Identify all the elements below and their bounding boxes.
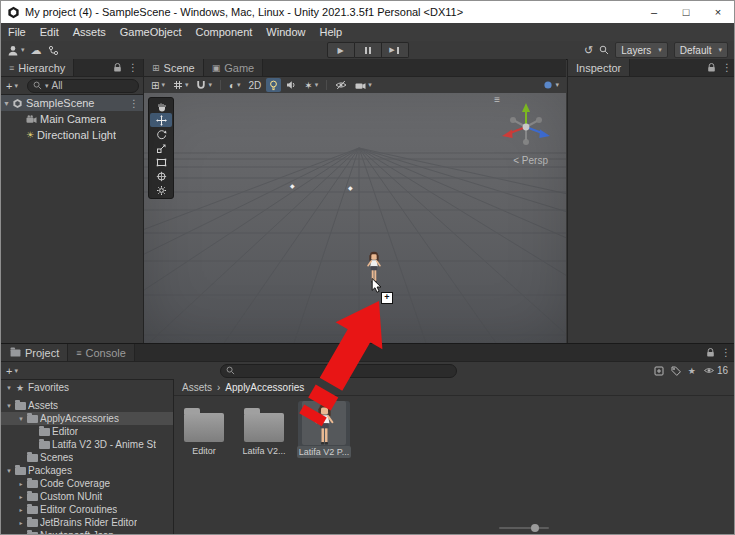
- tool-settings-button[interactable]: ⊞ ▾: [148, 78, 168, 92]
- project-search-input[interactable]: [220, 364, 457, 378]
- version-control-button[interactable]: [48, 45, 59, 56]
- create-asset-button[interactable]: +▾: [1, 365, 23, 377]
- thumbnail-zoom-slider[interactable]: [499, 524, 549, 532]
- lock-icon[interactable]: [706, 348, 715, 358]
- search-button[interactable]: [599, 45, 609, 55]
- move-tool-button[interactable]: [150, 113, 172, 127]
- effects-button[interactable]: ✶ ▾: [301, 78, 321, 92]
- tree-item-scenes[interactable]: Scenes: [1, 451, 173, 464]
- expander-icon[interactable]: ▼: [4, 468, 14, 474]
- breadcrumb-root[interactable]: Assets: [182, 382, 212, 393]
- tree-item-custom-nunit[interactable]: ▸ Custom NUnit: [1, 490, 173, 503]
- asset-item-latifa-folder[interactable]: Latifa V2...: [238, 401, 290, 458]
- transform-tool-button[interactable]: [150, 169, 172, 183]
- menu-assets[interactable]: Assets: [66, 26, 113, 38]
- scale-tool-button[interactable]: [150, 141, 172, 155]
- tree-item-assets[interactable]: ▼ Assets: [1, 399, 173, 412]
- camera-settings-button[interactable]: ▾: [352, 78, 375, 92]
- breadcrumb-current[interactable]: ApplyAccessories: [225, 382, 304, 393]
- layout-dropdown[interactable]: Default▾: [674, 42, 728, 58]
- gizmo-sprite-icon[interactable]: ◆: [290, 182, 295, 189]
- item-menu-icon[interactable]: ⋮: [129, 98, 143, 109]
- toggle-2d-button[interactable]: 2D: [246, 78, 265, 92]
- orientation-gizmo[interactable]: [498, 97, 554, 153]
- tree-item-newtonsoft-json[interactable]: ▸ Newtonsoft Json: [1, 529, 173, 535]
- hidden-packages-toggle[interactable]: 16: [703, 365, 728, 376]
- expander-icon[interactable]: ▸: [16, 480, 26, 487]
- cloud-services-button[interactable]: ☁: [31, 44, 42, 57]
- tree-item-latifa[interactable]: Latifa V2 3D - Anime St: [1, 438, 173, 451]
- folder-icon: [15, 467, 26, 475]
- rect-tool-button[interactable]: [150, 155, 172, 169]
- scene-audio-button[interactable]: [283, 78, 299, 92]
- snap-button[interactable]: ▾: [193, 78, 215, 92]
- create-object-button[interactable]: +▾: [1, 80, 23, 92]
- scene-viewport[interactable]: ≡: [144, 93, 566, 343]
- expander-icon[interactable]: ▸: [16, 493, 26, 500]
- dragged-character-model[interactable]: [366, 251, 382, 283]
- tab-console[interactable]: ≡ Console: [68, 344, 135, 361]
- character-thumbnail-image: [314, 403, 335, 445]
- expander-icon[interactable]: ▼: [16, 416, 26, 422]
- layers-dropdown[interactable]: Layers▾: [615, 42, 668, 58]
- minimize-button[interactable]: –: [638, 2, 670, 23]
- custom-tool-button[interactable]: [150, 183, 172, 197]
- panel-menu-icon[interactable]: ⋮: [722, 62, 732, 73]
- undo-history-button[interactable]: ↺: [584, 44, 593, 57]
- open-asset-icon[interactable]: [654, 366, 664, 376]
- tree-item-editor-coroutines[interactable]: ▸ Editor Coroutines: [1, 503, 173, 516]
- panel-menu-icon[interactable]: ⋮: [128, 62, 138, 73]
- hierarchy-item-main-camera[interactable]: Main Camera: [1, 111, 143, 127]
- menu-help[interactable]: Help: [312, 26, 349, 38]
- tree-item-jetbrains-rider[interactable]: ▸ JetBrains Rider Editor: [1, 516, 173, 529]
- shading-mode-button[interactable]: ◐ ▾: [226, 78, 244, 92]
- hierarchy-item-directional-light[interactable]: ☀ Directional Light: [1, 127, 143, 143]
- play-button[interactable]: ▶: [327, 42, 355, 58]
- tab-inspector[interactable]: Inspector: [568, 59, 630, 76]
- scene-visibility-button[interactable]: [332, 78, 350, 92]
- tree-item-code-coverage[interactable]: ▸ Code Coverage: [1, 477, 173, 490]
- asset-item-latifa-prefab[interactable]: Latifa V2 P...: [298, 401, 350, 458]
- lock-icon[interactable]: [113, 63, 122, 73]
- label-icon[interactable]: [671, 366, 681, 376]
- step-button[interactable]: ▶: [382, 42, 409, 58]
- expander-icon[interactable]: ▼: [1, 100, 12, 107]
- lock-icon[interactable]: [707, 63, 716, 73]
- tree-item-favorites[interactable]: ▼ ★ Favorites: [1, 381, 173, 394]
- account-button[interactable]: ▾: [7, 45, 25, 56]
- grid-visibility-button[interactable]: ▾: [170, 78, 192, 92]
- asset-item-editor-folder[interactable]: Editor: [178, 401, 230, 458]
- menu-component[interactable]: Component: [188, 26, 259, 38]
- favorite-icon[interactable]: ★: [688, 366, 696, 376]
- gizmo-sprite-icon[interactable]: ◆: [348, 184, 353, 191]
- panel-menu-icon[interactable]: ⋮: [721, 347, 731, 358]
- menu-file[interactable]: File: [1, 26, 33, 38]
- tree-item-applyaccessories[interactable]: ▼ ApplyAccessories: [1, 412, 173, 425]
- hierarchy-item-samplescene[interactable]: ▼ SampleScene ⋮: [1, 95, 143, 111]
- tab-project[interactable]: Project: [1, 344, 68, 361]
- pause-icon: [365, 47, 367, 54]
- rotate-tool-button[interactable]: [150, 127, 172, 141]
- scale-icon: [156, 143, 167, 154]
- expander-icon[interactable]: ▸: [16, 519, 26, 526]
- tab-hierarchy[interactable]: ≡ Hierarchy: [1, 59, 74, 76]
- close-button[interactable]: ×: [702, 2, 734, 23]
- menu-gameobject[interactable]: GameObject: [113, 26, 189, 38]
- menu-edit[interactable]: Edit: [33, 26, 66, 38]
- hand-tool-button[interactable]: [150, 99, 172, 113]
- perspective-label[interactable]: < Persp: [513, 155, 548, 166]
- expander-icon[interactable]: ▼: [4, 403, 14, 409]
- gizmos-button[interactable]: ▾: [540, 78, 562, 92]
- pause-button[interactable]: [355, 42, 382, 58]
- tree-item-packages[interactable]: ▼ Packages: [1, 464, 173, 477]
- menu-window[interactable]: Window: [259, 26, 312, 38]
- hierarchy-search-input[interactable]: ▾ All: [27, 79, 139, 93]
- expander-icon[interactable]: ▼: [4, 385, 14, 391]
- maximize-button[interactable]: □: [670, 2, 702, 23]
- slider-knob[interactable]: [531, 524, 539, 532]
- scene-lighting-button[interactable]: [266, 78, 281, 92]
- expander-icon[interactable]: ▸: [16, 506, 26, 513]
- tab-scene[interactable]: ⊞ Scene: [144, 59, 204, 76]
- tab-game[interactable]: ▣ Game: [204, 59, 263, 76]
- tree-item-editor[interactable]: Editor: [1, 425, 173, 438]
